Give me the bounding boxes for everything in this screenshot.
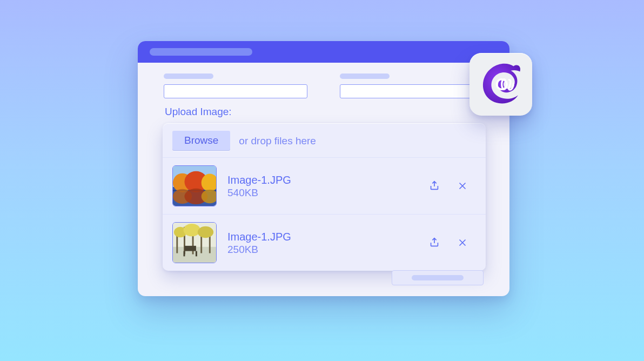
- browse-button[interactable]: Browse: [172, 131, 230, 151]
- blazor-badge: [469, 53, 532, 116]
- drop-hint: or drop files here: [239, 135, 316, 147]
- stage: Upload Image: Browse or drop files here: [0, 0, 644, 361]
- file-thumbnail: [172, 165, 217, 206]
- field-2-input[interactable]: [340, 84, 484, 98]
- title-placeholder: [150, 48, 252, 56]
- file-row: Image-1.JPG 250KB: [163, 214, 486, 271]
- field-1: [164, 73, 307, 98]
- file-row: Image-1.JPG 540KB: [163, 157, 486, 214]
- title-bar: [138, 41, 509, 63]
- file-name: Image-1.JPG: [227, 173, 415, 187]
- form-area: Upload Image: Browse or drop files here: [138, 63, 509, 271]
- remove-icon[interactable]: [454, 178, 471, 194]
- blazor-logo-icon: [478, 62, 524, 107]
- footer-button-label-placeholder: [412, 275, 464, 280]
- file-text: Image-1.JPG 540KB: [227, 173, 415, 199]
- svg-rect-16: [196, 251, 197, 257]
- upload-label: Upload Image:: [165, 106, 484, 118]
- upload-icon[interactable]: [426, 178, 442, 194]
- file-name: Image-1.JPG: [227, 230, 415, 244]
- field-2-label-placeholder: [340, 73, 390, 79]
- field-2: [340, 73, 484, 98]
- file-actions: [426, 235, 471, 251]
- footer-button[interactable]: [392, 270, 484, 285]
- file-actions: [426, 178, 471, 194]
- svg-rect-15: [184, 251, 185, 257]
- file-thumbnail: [172, 222, 217, 263]
- file-size: 250KB: [227, 244, 415, 256]
- upload-icon[interactable]: [426, 235, 442, 251]
- field-1-label-placeholder: [164, 73, 213, 79]
- upload-card: Browse or drop files here: [163, 123, 486, 271]
- app-window: Upload Image: Browse or drop files here: [138, 41, 509, 296]
- browse-row[interactable]: Browse or drop files here: [163, 123, 486, 157]
- svg-point-12: [184, 224, 200, 236]
- remove-icon[interactable]: [454, 235, 471, 251]
- file-size: 540KB: [227, 187, 415, 199]
- svg-point-13: [198, 226, 213, 238]
- input-row: [164, 73, 484, 98]
- svg-rect-14: [184, 246, 196, 251]
- file-text: Image-1.JPG 250KB: [227, 230, 415, 256]
- field-1-input[interactable]: [164, 84, 307, 98]
